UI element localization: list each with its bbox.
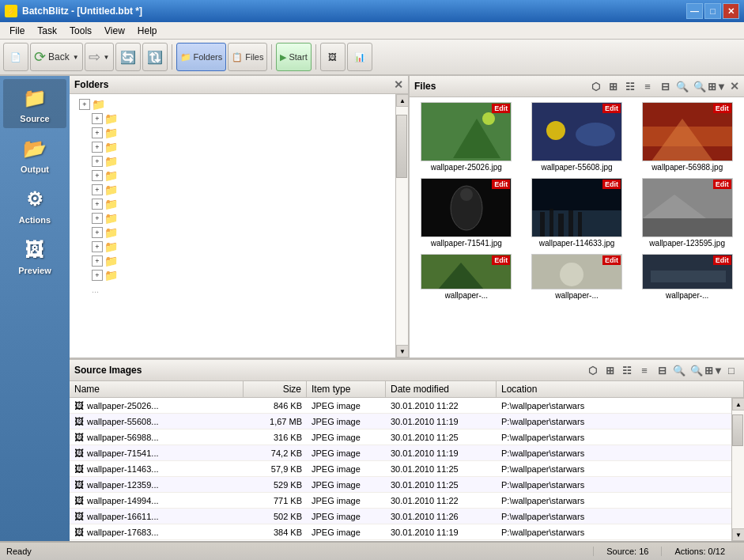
file-thumbnail[interactable]: Edit wallpaper-123595.jpg — [633, 176, 741, 249]
start-button[interactable]: ▶ Start — [276, 43, 311, 71]
files-tool-btn-2[interactable]: ⊞ — [605, 78, 621, 94]
files-tool-btn-5[interactable]: ⊟ — [657, 78, 673, 94]
table-scroll-thumb[interactable] — [732, 414, 743, 446]
menu-help[interactable]: Help — [131, 24, 164, 38]
src-tool-btn-7[interactable]: 🔍 — [689, 362, 704, 378]
minimize-button[interactable]: — — [686, 3, 703, 19]
folders-scrollbar[interactable]: ▲ ▼ — [395, 94, 408, 358]
extra-btn-1[interactable]: 🖼 — [320, 43, 346, 71]
new-button[interactable]: 📄 — [3, 43, 28, 71]
src-tool-btn-4[interactable]: ≡ — [636, 362, 652, 378]
sidebar-item-preview[interactable]: 🖼 Preview — [3, 231, 66, 280]
table-row[interactable]: 🖼 wallpaper-55608... 1,67 MB JPEG image … — [70, 414, 731, 429]
src-maximize-btn[interactable]: □ — [723, 362, 739, 378]
table-row[interactable]: 🖼 wallpaper-11463... 57,9 KB JPEG image … — [70, 461, 731, 477]
file-thumbnail[interactable]: Edit wallpaper-55608.jpg — [523, 100, 631, 173]
table-row[interactable]: 🖼 wallpaper-25026... 846 KB JPEG image 3… — [70, 398, 731, 414]
file-thumbnail[interactable]: Edit wallpaper-... — [523, 252, 631, 301]
table-row[interactable]: 🖼 wallpaper-17683... 384 KB JPEG image 3… — [70, 524, 731, 540]
sidebar-item-output[interactable]: 📂 Output — [3, 130, 66, 179]
extra-btn-2[interactable]: 📊 — [347, 43, 372, 71]
table-row[interactable]: 🖼 wallpaper-16611... 502 KB JPEG image 3… — [70, 509, 731, 524]
tree-expand-icon[interactable]: + — [92, 255, 103, 267]
sidebar-item-source[interactable]: 📁 Source — [3, 79, 66, 128]
menu-tools[interactable]: Tools — [63, 24, 98, 38]
src-tool-btn-2[interactable]: ⊞ — [602, 362, 617, 378]
tree-node[interactable]: + 📁 — [73, 211, 405, 225]
file-thumbnail[interactable]: Edit wallpaper-71541.jpg — [413, 176, 520, 249]
col-header-date[interactable]: Date modified — [386, 381, 497, 397]
tree-expand-icon[interactable]: + — [92, 227, 103, 238]
src-tool-btn-6[interactable]: 🔍 — [671, 362, 687, 378]
tree-node[interactable]: + 📁 — [73, 240, 405, 254]
file-thumbnail[interactable]: Edit wallpaper-25026.jpg — [413, 100, 520, 173]
tree-expand-icon[interactable]: + — [92, 127, 103, 138]
open-button[interactable]: ⟳ Back ▼ — [30, 43, 83, 71]
table-scroll-down[interactable]: ▼ — [732, 528, 744, 541]
col-header-location[interactable]: Location — [497, 381, 744, 397]
table-row[interactable]: 🖼 wallpaper-56988... 316 KB JPEG image 3… — [70, 429, 731, 445]
files-tool-btn-1[interactable]: ⬡ — [587, 78, 603, 94]
tree-node[interactable]: + 📁 — [73, 197, 405, 211]
tree-node[interactable]: + 📁 — [73, 168, 405, 183]
tree-expand-icon[interactable]: + — [92, 113, 103, 124]
files-close-button[interactable]: ✕ — [730, 80, 739, 93]
tree-node[interactable]: + 📁 — [73, 112, 405, 126]
tree-expand-icon[interactable]: + — [92, 199, 103, 210]
maximize-button[interactable]: □ — [704, 3, 721, 19]
folders-close-button[interactable]: ✕ — [394, 78, 403, 91]
tree-node[interactable]: + 📁 — [73, 225, 405, 240]
col-header-name[interactable]: Name — [70, 381, 244, 397]
folders-button[interactable]: 📁 Folders — [176, 43, 227, 71]
files-tool-btn-4[interactable]: ≡ — [640, 78, 655, 94]
files-button[interactable]: 📋 Files — [228, 43, 267, 71]
tree-node[interactable]: + 📁 — [73, 140, 405, 154]
table-row[interactable]: 🖼 wallpaper-12359... 529 KB JPEG image 3… — [70, 477, 731, 493]
menu-task[interactable]: Task — [31, 24, 63, 38]
col-header-type[interactable]: Item type — [307, 381, 386, 397]
tree-node[interactable]: + 📁 — [73, 268, 405, 282]
sidebar-item-actions[interactable]: ⚙ Actions — [3, 180, 66, 229]
tree-expand-icon[interactable]: + — [79, 99, 90, 110]
tree-expand-icon[interactable]: + — [92, 213, 103, 224]
scroll-thumb[interactable] — [396, 115, 407, 178]
tree-expand-icon[interactable]: + — [92, 156, 103, 167]
table-scrollbar[interactable]: ▲ ▼ — [731, 398, 744, 541]
tree-expand-icon[interactable]: + — [92, 142, 103, 153]
forward-button[interactable]: ⇨ ▼ — [85, 43, 114, 71]
table-row[interactable]: 🖼 wallpaper-14994... 771 KB JPEG image 3… — [70, 493, 731, 509]
files-tool-btn-3[interactable]: ☷ — [622, 78, 638, 94]
files-view-dropdown[interactable]: ⊞▼ — [709, 78, 725, 94]
tree-node[interactable]: + 📁 — [73, 183, 405, 197]
reload-button[interactable]: 🔃 — [142, 43, 168, 71]
menu-view[interactable]: View — [98, 24, 131, 38]
folders-tree[interactable]: + 📁 + 📁 + 📁 + 📁 — [70, 94, 408, 358]
tree-expand-icon[interactable]: + — [92, 241, 103, 252]
src-tool-btn-3[interactable]: ☷ — [619, 362, 635, 378]
tree-expand-icon[interactable]: + — [92, 170, 103, 181]
file-thumbnail[interactable]: Edit wallpaper-... — [633, 252, 741, 301]
table-row[interactable]: 🖼 wallpaper-71541... 74,2 KB JPEG image … — [70, 445, 731, 461]
tree-node[interactable]: ... — [73, 282, 405, 297]
tree-node[interactable]: + 📁 — [73, 254, 405, 268]
tree-expand-icon[interactable]: + — [92, 184, 103, 195]
file-thumbnail[interactable]: Edit wallpaper-... — [413, 252, 520, 301]
tree-node[interactable]: + 📁 — [73, 97, 405, 112]
table-scroll-up[interactable]: ▲ — [732, 398, 744, 411]
file-thumbnail[interactable]: Edit wallpaper-56988.jpg — [633, 100, 741, 173]
tree-node[interactable]: + 📁 — [73, 154, 405, 168]
tree-node[interactable]: + 📁 — [73, 126, 405, 140]
col-header-size[interactable]: Size — [244, 381, 307, 397]
files-tool-btn-7[interactable]: 🔍 — [692, 78, 708, 94]
menu-file[interactable]: File — [3, 24, 31, 38]
files-tool-btn-6[interactable]: 🔍 — [674, 78, 690, 94]
tree-expand-icon[interactable]: + — [92, 270, 103, 281]
file-thumbnail[interactable]: Edit wallpaper-114633.jpg — [523, 176, 631, 249]
src-tool-btn-1[interactable]: ⬡ — [584, 362, 600, 378]
scroll-up-button[interactable]: ▲ — [396, 94, 408, 107]
scroll-down-button[interactable]: ▼ — [396, 345, 408, 358]
src-tool-btn-5[interactable]: ⊟ — [654, 362, 670, 378]
close-button[interactable]: ✕ — [723, 3, 739, 19]
src-view-dropdown[interactable]: ⊞▼ — [706, 362, 722, 378]
refresh-button[interactable]: 🔄 — [115, 43, 141, 71]
